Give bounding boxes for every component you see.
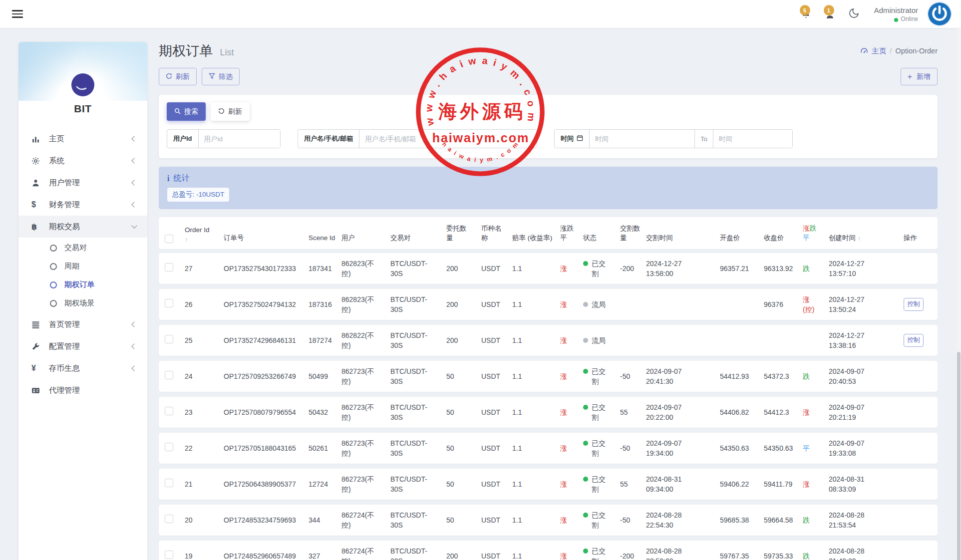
cell-scene: 50432	[309, 407, 341, 417]
user-id-input[interactable]	[199, 130, 280, 148]
cell-settle_amount: -200	[620, 551, 646, 560]
cell-settle_time: 2024-08-28 22:54:30	[646, 510, 720, 531]
cell-side: 涨	[560, 371, 583, 381]
row-checkbox[interactable]	[165, 515, 173, 523]
col-coin-header: 币种名称	[481, 224, 512, 249]
cell-scene: 187274	[309, 335, 341, 345]
cell-result: 跌	[803, 515, 829, 525]
user-name-input[interactable]	[359, 130, 537, 148]
cell-odds: 1.1	[512, 407, 560, 417]
cell-check	[165, 335, 185, 346]
cell-settle_amount: -50	[620, 371, 646, 381]
circle-icon	[50, 281, 57, 288]
status-dot-icon	[583, 441, 588, 446]
sidebar-item-finance-mgmt[interactable]: $财务管理	[18, 194, 147, 216]
status-dot-icon	[583, 338, 588, 343]
refresh-icon	[166, 73, 172, 81]
breadcrumb: 主页 / Option-Order	[860, 46, 938, 56]
add-button[interactable]: 新增	[901, 68, 938, 85]
sidebar-subitem-period[interactable]: 周期	[18, 257, 147, 276]
sidebar-subitem-label: 期权订单	[64, 280, 94, 289]
sidebar-item-label: 财务管理	[49, 200, 80, 210]
sidebar-item-system[interactable]: 系统	[18, 150, 147, 172]
row-checkbox[interactable]	[165, 443, 173, 451]
cell-close: 96313.92	[764, 264, 803, 274]
chevron-left-icon	[131, 321, 137, 327]
row-checkbox[interactable]	[165, 551, 173, 559]
sidebar-item-option-trade[interactable]: ฿期权交易	[18, 216, 147, 238]
user-menu[interactable]: Administrator Online	[874, 6, 918, 22]
time-from-input[interactable]	[590, 130, 694, 148]
sidebar-item-homepage-mgmt[interactable]: 首页管理	[18, 313, 147, 335]
sidebar-item-deposit-interest[interactable]: ¥存币生息	[18, 357, 147, 379]
cell-id: 25	[185, 335, 224, 345]
online-label: Online	[901, 15, 918, 22]
cell-settle_time: 2024-08-28 22:50:00	[646, 546, 720, 560]
sidebar-item-label: 存币生息	[49, 363, 80, 374]
control-button[interactable]: 控制	[904, 298, 924, 311]
row-checkbox[interactable]	[165, 263, 173, 272]
sidebar-subitem-option-order[interactable]: 期权订单	[18, 276, 147, 294]
cell-side: 涨	[560, 299, 583, 309]
row-checkbox[interactable]	[165, 407, 173, 415]
dark-mode-toggle[interactable]	[847, 6, 861, 21]
cell-close: 54372.3	[764, 371, 803, 381]
sidebar-item-user-mgmt[interactable]: 用户管理	[18, 172, 147, 194]
sidebar-item-agent-mgmt[interactable]: 代理管理	[18, 379, 147, 401]
col-action-header: 操作	[904, 233, 932, 249]
chevron-down-icon	[131, 223, 137, 228]
reset-button[interactable]: 刷新	[211, 102, 250, 121]
time-to-input[interactable]	[713, 130, 792, 148]
sidebar-subitem-label: 交易对	[64, 243, 87, 253]
refresh-button[interactable]: 刷新	[159, 68, 197, 85]
scrollbar[interactable]	[957, 28, 961, 560]
cell-amount: 200	[446, 335, 481, 345]
row-checkbox[interactable]	[165, 479, 173, 487]
cell-amount: 50	[446, 407, 481, 417]
cell-side: 涨	[560, 443, 583, 453]
control-button[interactable]: 控制	[904, 334, 924, 347]
avatar[interactable]	[928, 2, 951, 25]
cell-user: 862822(不控)	[341, 330, 390, 351]
sidebar-subitem-option-scene[interactable]: 期权场景	[18, 294, 147, 312]
cell-pair: BTC/USDT-30S	[390, 510, 446, 531]
page-title: 期权订单	[159, 43, 213, 58]
cell-coin: USDT	[481, 264, 512, 274]
row-checkbox[interactable]	[165, 371, 173, 379]
breadcrumb-current: Option-Order	[895, 47, 938, 55]
scrollbar-thumb[interactable]	[957, 352, 961, 560]
notifications-button[interactable]: 5	[799, 6, 813, 21]
select-all-checkbox[interactable]	[165, 235, 173, 243]
sort-asc-icon: ↑	[858, 235, 861, 242]
messages-button[interactable]: 1	[823, 6, 837, 21]
cell-scene: 187316	[309, 299, 341, 309]
breadcrumb-home-link[interactable]: 主页	[872, 46, 886, 56]
cell-created: 2024-09-07 20:21:19	[829, 402, 904, 423]
cell-open: 59406.22	[720, 479, 764, 489]
sidebar-subitem-trade-pair[interactable]: 交易对	[18, 239, 147, 257]
cell-close: 54412.3	[764, 407, 803, 417]
filter-button[interactable]: 筛选	[202, 68, 240, 85]
cell-status: 已交割	[583, 366, 620, 387]
sidebar-item-home[interactable]: 主页	[18, 128, 147, 150]
cell-created: 2024-09-07 20:40:53	[829, 366, 904, 387]
cell-coin: USDT	[481, 479, 512, 489]
cell-order_no: OP1724853234759693	[224, 515, 309, 525]
cell-coin: USDT	[481, 515, 512, 525]
cell-open: 59767.35	[720, 551, 764, 560]
col-side-header: 涨跌平	[560, 224, 583, 249]
row-checkbox[interactable]	[165, 299, 173, 307]
search-button[interactable]: 搜索	[167, 102, 206, 121]
row-checkbox[interactable]	[165, 335, 173, 343]
sidebar-item-config-mgmt[interactable]: 配置管理	[18, 335, 147, 357]
gear-icon	[31, 157, 43, 165]
cell-coin: USDT	[481, 335, 512, 345]
chevron-left-icon	[131, 202, 137, 207]
cell-scene: 344	[309, 515, 341, 525]
cell-amount: 50	[446, 371, 481, 381]
menu-toggle-button[interactable]	[12, 8, 23, 19]
cell-odds: 1.1	[512, 443, 560, 453]
cell-check	[165, 443, 185, 454]
sidebar-menu: 主页系统用户管理$财务管理฿期权交易交易对周期期权订单期权场景首页管理配置管理¥…	[18, 128, 147, 401]
user-icon	[31, 179, 43, 187]
